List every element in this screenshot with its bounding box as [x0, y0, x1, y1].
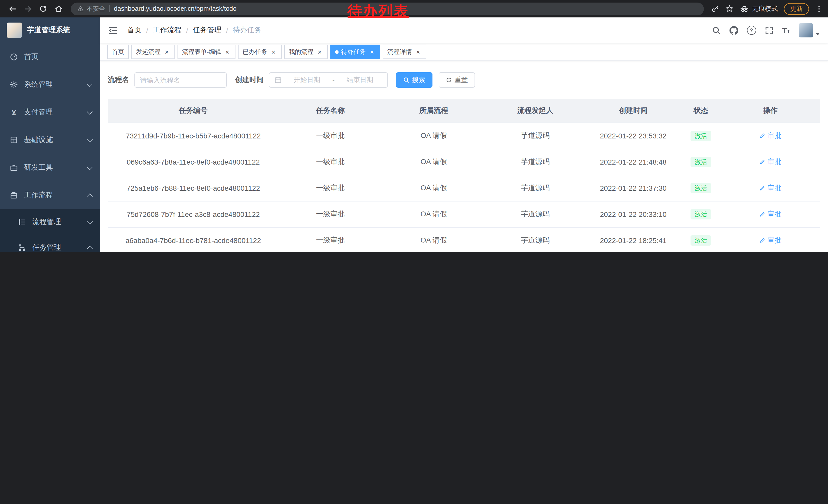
- status-badge: 激活: [691, 183, 711, 193]
- chevron-down-icon: [87, 164, 93, 170]
- sidebar-item-home[interactable]: 首页: [0, 43, 100, 71]
- task-table: 任务编号 任务名称 所属流程 流程发起人 创建时间 状态 操作 73211d9d…: [108, 99, 820, 252]
- breadcrumb-current: 待办任务: [233, 26, 261, 35]
- sidebar-item-payment[interactable]: ¥ 支付管理: [0, 98, 100, 126]
- search-button[interactable]: 搜索: [396, 72, 432, 88]
- sidebar-item-label: 工作流程: [24, 191, 53, 200]
- approve-button[interactable]: 审批: [759, 157, 781, 167]
- sidebar-item-task-management[interactable]: 任务管理: [0, 235, 100, 252]
- status-badge: 激活: [691, 131, 711, 141]
- close-icon[interactable]: ×: [270, 48, 277, 55]
- toolbar-actions: 无痕模式 更新: [711, 3, 823, 15]
- action-cell: 审批: [720, 123, 820, 149]
- breadcrumb-separator: /: [186, 26, 188, 34]
- process-cell: OA 请假: [382, 175, 486, 201]
- home-icon[interactable]: [51, 2, 66, 16]
- branch-icon: [17, 243, 27, 252]
- status-badge: 激活: [691, 157, 711, 168]
- fullscreen-icon[interactable]: [764, 26, 773, 35]
- tab-todo-tasks[interactable]: 待办任务 ×: [330, 45, 380, 59]
- tab-form-edit[interactable]: 流程表单-编辑 ×: [177, 45, 236, 59]
- sidebar-item-infrastructure[interactable]: 基础设施: [0, 126, 100, 154]
- help-icon[interactable]: ?: [747, 26, 756, 35]
- process-name-input[interactable]: [134, 72, 227, 88]
- key-icon[interactable]: [711, 5, 719, 13]
- tab-my-process[interactable]: 我的流程 ×: [284, 45, 328, 59]
- sidebar: 芋道管理系统 首页 系统管理 ¥ 支付管理: [0, 17, 100, 252]
- approve-button[interactable]: 审批: [759, 236, 781, 245]
- address-bar[interactable]: 不安全 dashboard.yudao.iocoder.cn/bpm/task/…: [71, 2, 704, 15]
- date-range-picker[interactable]: 开始日期 - 结束日期: [269, 72, 388, 88]
- start-date-placeholder: 开始日期: [285, 75, 329, 85]
- process-cell: OA 请假: [382, 227, 486, 252]
- status-cell: 激活: [681, 227, 720, 252]
- user-menu[interactable]: [799, 23, 820, 37]
- status-cell: 激活: [681, 175, 720, 201]
- action-cell: 审批: [720, 227, 820, 252]
- approve-button[interactable]: 审批: [759, 210, 781, 219]
- browser-toolbar: 不安全 dashboard.yudao.iocoder.cn/bpm/task/…: [0, 0, 828, 17]
- calendar-icon: [275, 77, 282, 84]
- tab-home[interactable]: 首页: [107, 45, 129, 59]
- toolbox-icon: [9, 163, 18, 172]
- forward-icon[interactable]: [20, 2, 35, 16]
- menu-dots-icon[interactable]: [815, 5, 823, 12]
- avatar: [799, 23, 813, 37]
- process-cell: OA 请假: [382, 123, 486, 149]
- tab-done-tasks[interactable]: 已办任务 ×: [238, 45, 282, 59]
- starter-cell: 芋道源码: [485, 149, 585, 175]
- close-icon[interactable]: ×: [316, 48, 323, 55]
- breadcrumb-task-management[interactable]: 任务管理: [193, 26, 222, 35]
- starter-cell: 芋道源码: [485, 227, 585, 252]
- app-logo-bar[interactable]: 芋道管理系统: [0, 17, 100, 43]
- close-icon[interactable]: ×: [368, 48, 376, 55]
- refresh-icon: [446, 77, 452, 83]
- sidebar-item-dev-tools[interactable]: 研发工具: [0, 154, 100, 182]
- chevron-up-icon: [87, 193, 93, 199]
- reset-button[interactable]: 重置: [439, 72, 475, 88]
- sidebar-item-process-management[interactable]: 流程管理: [0, 209, 100, 235]
- task-id-cell: 069c6a63-7b8a-11ec-8ef0-acde48001122: [108, 149, 279, 175]
- tab-process-detail[interactable]: 流程详情 ×: [383, 45, 426, 59]
- tab-start-process[interactable]: 发起流程 ×: [131, 45, 175, 59]
- breadcrumb-workflow[interactable]: 工作流程: [153, 26, 181, 35]
- column-header: 所属流程: [382, 99, 486, 123]
- approve-button[interactable]: 审批: [759, 131, 781, 140]
- created-time-cell: 2022-01-22 20:33:10: [585, 201, 681, 227]
- sidebar-item-label: 系统管理: [24, 80, 53, 89]
- range-separator: -: [332, 76, 335, 84]
- tags-view-bar: 首页 发起流程 × 流程表单-编辑 × 已办任务 × 我的流程 ×: [100, 43, 828, 61]
- status-cell: 激活: [681, 123, 720, 149]
- task-id-cell: 75d72608-7b7f-11ec-a3c8-acde48001122: [108, 201, 279, 227]
- font-size-icon[interactable]: TT: [782, 27, 790, 34]
- menu-fold-icon[interactable]: [108, 26, 118, 35]
- caret-down-icon: [816, 33, 820, 35]
- update-button[interactable]: 更新: [784, 3, 809, 15]
- pencil-icon: [759, 211, 765, 217]
- table-row: 73211d9d-7b9b-11ec-b5b7-acde48001122 一级审…: [108, 123, 820, 149]
- github-icon[interactable]: [729, 26, 738, 35]
- close-icon[interactable]: ×: [163, 48, 170, 55]
- chevron-down-icon: [87, 109, 93, 114]
- table-header-row: 任务编号 任务名称 所属流程 流程发起人 创建时间 状态 操作: [108, 99, 820, 123]
- star-icon[interactable]: [726, 5, 734, 13]
- close-icon[interactable]: ×: [415, 48, 422, 55]
- reload-icon[interactable]: [36, 2, 50, 16]
- security-status[interactable]: 不安全: [77, 4, 105, 13]
- yen-icon: ¥: [9, 108, 18, 117]
- search-icon[interactable]: [712, 26, 720, 35]
- sidebar-item-label: 研发工具: [24, 163, 53, 172]
- breadcrumb-home[interactable]: 首页: [127, 26, 141, 35]
- created-time-cell: 2022-01-22 23:53:32: [585, 123, 681, 149]
- sidebar-item-workflow[interactable]: 工作流程: [0, 182, 100, 209]
- approve-button[interactable]: 审批: [759, 184, 781, 193]
- sidebar-item-system[interactable]: 系统管理: [0, 71, 100, 98]
- back-icon[interactable]: [5, 2, 19, 16]
- grid-icon: [9, 135, 18, 145]
- app-logo: [7, 22, 22, 38]
- process-cell: OA 请假: [382, 149, 486, 175]
- breadcrumb: 首页 / 工作流程 / 任务管理 / 待办任务: [127, 26, 261, 35]
- status-cell: 激活: [681, 201, 720, 227]
- table-row: 069c6a63-7b8a-11ec-8ef0-acde48001122 一级审…: [108, 149, 820, 175]
- close-icon[interactable]: ×: [224, 48, 231, 55]
